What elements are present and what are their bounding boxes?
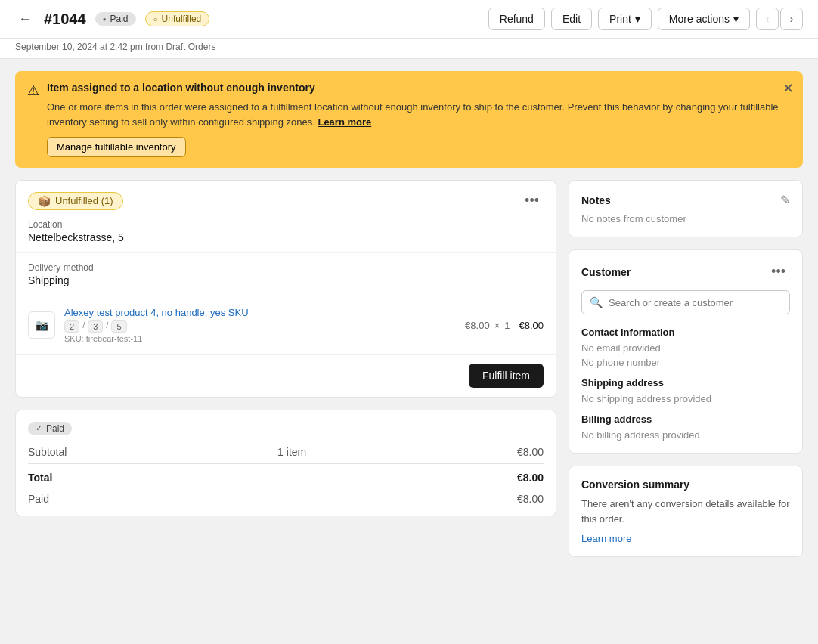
delivery-value: Shipping — [28, 274, 544, 286]
customer-header: Customer ••• — [581, 262, 790, 281]
edit-notes-button[interactable]: ✎ — [780, 193, 790, 207]
fulfillment-card-header: 📦 Unfulfilled (1) ••• — [16, 181, 556, 210]
more-actions-arrow-icon: ▾ — [733, 13, 739, 25]
subtotal-items: 1 item — [277, 446, 306, 458]
main-right: Notes ✎ No notes from customer Customer … — [569, 180, 803, 557]
manage-inventory-button[interactable]: Manage fulfillable inventory — [47, 137, 186, 157]
print-arrow-icon: ▾ — [635, 13, 640, 25]
email-value: No email provided — [581, 342, 790, 354]
customer-search-input[interactable] — [609, 297, 782, 308]
notes-title: Notes — [581, 194, 611, 206]
badge-unfulfilled: Unfulfilled — [145, 11, 210, 26]
alert-banner: ⚠ Item assigned to a location without en… — [15, 71, 803, 168]
more-actions-button[interactable]: More actions ▾ — [658, 8, 750, 30]
variant-tag-1: 2 — [64, 320, 79, 333]
payment-card: ✓ Paid Subtotal 1 item €8.00 Total €8.00 — [15, 410, 556, 516]
shipping-address-value: No shipping address provided — [581, 393, 790, 404]
print-button[interactable]: Print ▾ — [598, 8, 652, 30]
main-layout: 📦 Unfulfilled (1) ••• Location Nettelbec… — [0, 180, 818, 572]
notes-header: Notes ✎ — [581, 193, 790, 207]
delivery-section: Delivery method Shipping — [16, 253, 556, 296]
back-button[interactable]: ← — [15, 8, 35, 30]
alert-learn-more-link[interactable]: Learn more — [318, 116, 371, 128]
subtotal-value: €8.00 — [517, 446, 544, 458]
nav-arrows: ‹ › — [756, 8, 803, 30]
notes-body: No notes from customer — [581, 213, 790, 224]
header: ← #1044 Paid Unfulfilled Refund Edit Pri… — [0, 0, 818, 39]
customer-card: Customer ••• 🔍 Contact information No em… — [569, 249, 803, 454]
checkmark-icon: ✓ — [36, 423, 42, 433]
fulfillment-card: 📦 Unfulfilled (1) ••• Location Nettelbec… — [15, 180, 556, 398]
paid-badge: ✓ Paid — [28, 422, 72, 435]
delivery-label: Delivery method — [28, 262, 544, 273]
fulfillment-more-button[interactable]: ••• — [520, 191, 544, 210]
variant-tag-2: 3 — [88, 320, 103, 333]
order-subtitle: September 10, 2024 at 2:42 pm from Draft… — [0, 39, 818, 59]
alert-warning-icon: ⚠ — [27, 82, 39, 99]
product-sku: SKU: firebear-test-11 — [64, 334, 456, 343]
paid-value: €8.00 — [517, 493, 544, 505]
conversion-learn-more-link[interactable]: Learn more — [581, 533, 631, 544]
customer-title: Customer — [581, 266, 631, 278]
product-info: Alexey test product 4, no handle, yes SK… — [64, 307, 456, 343]
total-label: Total — [28, 472, 52, 484]
subtotal-row: Subtotal 1 item €8.00 — [28, 441, 544, 463]
location-section: Location Nettelbeckstrasse, 5 — [16, 210, 556, 253]
product-icon: 📷 — [28, 311, 55, 339]
subtotal-label: Subtotal — [28, 446, 67, 458]
product-row: 📷 Alexey test product 4, no handle, yes … — [16, 296, 556, 354]
header-actions: Refund Edit Print ▾ More actions ▾ ‹ › — [488, 8, 803, 30]
location-label: Location — [28, 219, 544, 230]
customer-search-box[interactable]: 🔍 — [581, 290, 790, 314]
conversion-body: There aren't any conversion details avai… — [581, 497, 790, 526]
order-title: #1044 — [44, 11, 86, 28]
paid-row: Paid €8.00 — [28, 488, 544, 509]
alert-content: Item assigned to a location without enou… — [47, 82, 791, 157]
refund-button[interactable]: Refund — [488, 8, 545, 30]
search-icon: 🔍 — [590, 296, 603, 308]
customer-more-button[interactable]: ••• — [767, 262, 790, 281]
billing-address-section: Billing address No billing address provi… — [581, 413, 790, 441]
alert-title: Item assigned to a location without enou… — [47, 82, 791, 94]
paid-label: Paid — [28, 493, 49, 505]
alert-body: One or more items in this order were ass… — [47, 100, 791, 129]
product-total: €8.00 — [519, 320, 544, 331]
nav-next-button[interactable]: › — [780, 8, 803, 30]
shipping-address-title: Shipping address — [581, 377, 790, 389]
contact-section: Contact information No email provided No… — [581, 327, 790, 368]
total-value: €8.00 — [517, 472, 544, 484]
conversion-card: Conversion summary There aren't any conv… — [569, 466, 803, 557]
fulfill-item-button[interactable]: Fulfill item — [469, 364, 544, 388]
variant-tag-3: 5 — [111, 320, 126, 333]
package-icon: 📦 — [38, 195, 51, 207]
notes-card: Notes ✎ No notes from customer — [569, 180, 803, 237]
paid-header: ✓ Paid — [16, 410, 556, 435]
page: ← #1044 Paid Unfulfilled Refund Edit Pri… — [0, 0, 818, 644]
contact-info-title: Contact information — [581, 327, 790, 338]
total-row: Total €8.00 — [28, 463, 544, 488]
conversion-title: Conversion summary — [581, 478, 790, 491]
location-value: Nettelbeckstrasse, 5 — [28, 231, 544, 243]
product-variants: 2 / 3 / 5 — [64, 320, 127, 333]
badge-paid: Paid — [95, 12, 136, 26]
totals-section: Subtotal 1 item €8.00 Total €8.00 Paid €… — [16, 435, 556, 516]
box-icon: 📷 — [36, 319, 48, 331]
main-left: 📦 Unfulfilled (1) ••• Location Nettelbec… — [15, 180, 556, 557]
billing-address-title: Billing address — [581, 413, 790, 425]
product-price: €8.00 × 1 — [465, 320, 510, 331]
product-name[interactable]: Alexey test product 4, no handle, yes SK… — [64, 307, 456, 318]
shipping-address-section: Shipping address No shipping address pro… — [581, 377, 790, 404]
billing-address-value: No billing address provided — [581, 429, 790, 441]
alert-close-button[interactable]: ✕ — [782, 80, 794, 97]
fulfill-row: Fulfill item — [16, 354, 556, 397]
phone-value: No phone number — [581, 357, 790, 368]
unfulfilled-badge: 📦 Unfulfilled (1) — [28, 192, 123, 210]
edit-button[interactable]: Edit — [551, 8, 592, 30]
nav-prev-button[interactable]: ‹ — [756, 8, 779, 30]
